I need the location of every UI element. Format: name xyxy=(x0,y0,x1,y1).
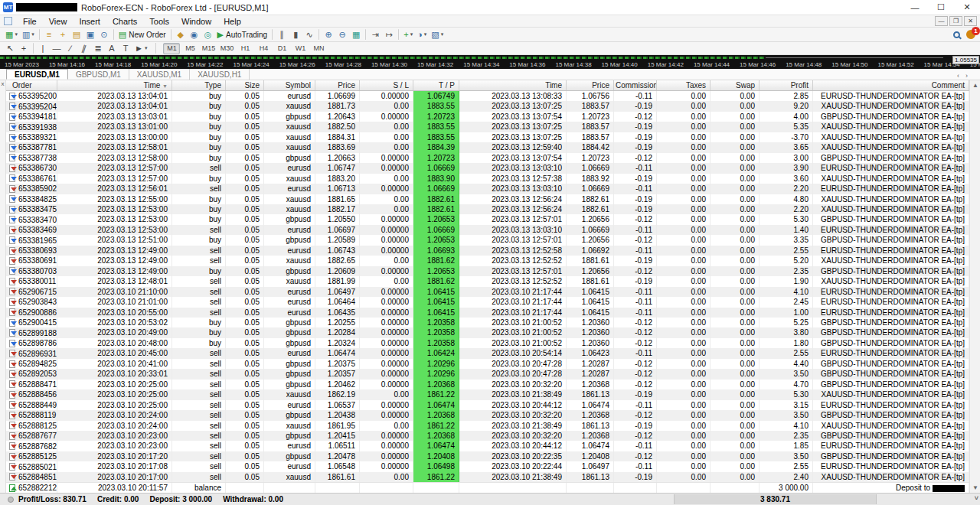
new-chart-icon[interactable]: ▦ ▾ xyxy=(3,28,20,41)
line-chart-icon[interactable]: ∿ xyxy=(302,28,316,41)
periods-icon[interactable]: ◑ ▾ xyxy=(415,28,429,41)
menu-item[interactable]: Help xyxy=(217,16,247,27)
notifications-icon[interactable]: 1 xyxy=(966,30,975,39)
table-row[interactable]: 652887677 2023.03.10 20:23:00 sell 0.05 … xyxy=(6,431,969,441)
table-row[interactable]: 653394181 2023.03.13 13:03:01 buy 0.05 g… xyxy=(6,112,969,122)
scroll-down-icon[interactable]: ▼ xyxy=(970,483,980,493)
timeframe-button[interactable]: M30 xyxy=(218,43,235,54)
new-order-button[interactable]: ▤ New Order xyxy=(116,28,168,41)
toolbox-close-icon[interactable]: x xyxy=(2,80,5,87)
timeframe-button[interactable]: M1 xyxy=(163,43,180,54)
table-row[interactable]: 652885021 2023.03.10 20:17:08 sell 0.05 … xyxy=(6,461,969,471)
statusbar-scroll-down-icon[interactable]: ˅ xyxy=(975,494,978,502)
table-row[interactable]: 652887682 2023.03.10 20:23:00 sell 0.05 … xyxy=(6,441,969,451)
column-header-order[interactable]: Order xyxy=(6,80,57,90)
zoom-out-icon[interactable]: ⊖ xyxy=(335,28,349,41)
menu-item[interactable]: File xyxy=(17,16,43,27)
table-row[interactable]: 652888449 2023.03.10 20:25:00 sell 0.05 … xyxy=(6,400,969,410)
metaeditor-icon[interactable]: ◆ xyxy=(174,28,188,41)
menu-item[interactable]: Charts xyxy=(106,16,143,27)
table-row[interactable]: 653380703 2023.03.13 12:49:00 buy 0.05 g… xyxy=(6,266,969,276)
table-row[interactable]: 652898786 2023.03.10 20:48:00 buy 0.05 g… xyxy=(6,338,969,348)
balance-row[interactable]: 652882212 2023.03.10 20:11:57 balance 3 … xyxy=(6,482,969,493)
column-header-symbol[interactable]: Symbol xyxy=(264,80,315,90)
table-row[interactable]: 653389321 2023.03.13 13:00:00 buy 0.05 x… xyxy=(6,132,969,142)
text-label-icon[interactable]: T xyxy=(119,42,132,54)
menu-item[interactable]: View xyxy=(43,16,74,27)
table-row[interactable]: 653380011 2023.03.13 12:48:01 sell 0.05 … xyxy=(6,276,969,286)
table-row[interactable]: 652888119 2023.03.10 20:24:00 sell 0.05 … xyxy=(6,410,969,420)
table-row[interactable]: 653383475 2023.03.13 12:53:00 buy 0.05 x… xyxy=(6,204,969,214)
table-row[interactable]: 652896931 2023.03.10 20:45:00 sell 0.05 … xyxy=(6,348,969,358)
candlestick-chart-icon[interactable]: ▮ xyxy=(289,28,302,41)
table-row[interactable]: 652885125 2023.03.10 20:17:20 sell 0.05 … xyxy=(6,451,969,461)
column-header-swap[interactable]: Swap xyxy=(710,80,760,90)
table-row[interactable]: 653395204 2023.03.13 13:04:01 buy 0.05 x… xyxy=(6,101,969,111)
table-row[interactable]: 652892053 2023.03.10 20:33:01 sell 0.05 … xyxy=(6,369,969,379)
table-row[interactable]: 653381965 2023.03.13 12:51:00 buy 0.05 g… xyxy=(6,235,969,245)
table-row[interactable]: 653391938 2023.03.13 13:01:00 buy 0.05 x… xyxy=(6,122,969,132)
table-row[interactable]: 652888125 2023.03.10 20:24:00 sell 0.05 … xyxy=(6,421,969,431)
navigator-icon[interactable]: ▤ xyxy=(70,28,83,41)
chart-shift-icon[interactable]: ↦ xyxy=(382,28,396,41)
mdi-minimize-button[interactable]: — xyxy=(935,16,948,26)
column-header-type[interactable]: Type xyxy=(172,80,226,90)
table-row[interactable]: 652900886 2023.03.10 20:55:00 sell 0.05 … xyxy=(6,308,969,318)
templates-icon[interactable]: ▧ ▾ xyxy=(429,28,446,41)
auto-scroll-icon[interactable]: ⇥ xyxy=(368,28,382,41)
crosshair-icon[interactable]: + xyxy=(17,42,31,54)
vertical-scrollbar[interactable]: ▲ ▼ xyxy=(969,80,980,493)
table-row[interactable]: 653380691 2023.03.13 12:49:00 sell 0.05 … xyxy=(6,256,969,266)
table-row[interactable]: 653387781 2023.03.13 12:58:01 buy 0.05 x… xyxy=(6,142,969,152)
timeframe-button[interactable]: D1 xyxy=(273,43,290,54)
chart-tab[interactable]: GBPUSD,M1 xyxy=(68,69,129,80)
cursor-icon[interactable]: ↖ xyxy=(3,42,17,54)
zoom-in-icon[interactable]: ⊕ xyxy=(322,28,335,41)
column-header-size[interactable]: Size xyxy=(226,80,264,90)
scroll-up-icon[interactable]: ▲ xyxy=(970,80,980,90)
table-row[interactable]: 652884851 2023.03.10 20:17:00 sell 0.05 … xyxy=(6,472,969,482)
mdi-close-button[interactable]: ✕ xyxy=(964,16,977,26)
column-header-open-time[interactable]: Time ▼ xyxy=(57,80,172,90)
timeframe-button[interactable]: M5 xyxy=(181,43,198,54)
menu-item[interactable]: Insert xyxy=(73,16,106,27)
table-row[interactable]: 653386730 2023.03.13 12:57:00 sell 0.05 … xyxy=(6,163,969,173)
table-row[interactable]: 652900415 2023.03.10 20:53:02 buy 0.05 g… xyxy=(6,318,969,327)
table-row[interactable]: 653383470 2023.03.13 12:53:00 buy 0.05 g… xyxy=(6,214,969,224)
column-header-close-time[interactable]: Time xyxy=(459,80,567,90)
help-center-icon[interactable]: ◎ xyxy=(201,28,215,41)
timeframe-button[interactable]: H1 xyxy=(237,43,253,54)
mdi-restore-button[interactable]: ❐ xyxy=(949,16,962,26)
column-header-taxes[interactable]: Taxes xyxy=(657,80,710,90)
indicators-icon[interactable]: + ▾ xyxy=(401,28,415,41)
column-header-comment[interactable]: Comment xyxy=(813,80,969,90)
table-row[interactable]: 652894825 2023.03.10 20:41:00 sell 0.05 … xyxy=(6,359,969,369)
horizontal-line-icon[interactable]: — xyxy=(50,42,64,54)
menu-item[interactable]: Tools xyxy=(143,16,175,27)
table-row[interactable]: 653395200 2023.03.13 13:04:01 buy 0.05 e… xyxy=(6,91,969,101)
table-row[interactable]: 652888471 2023.03.10 20:25:00 sell 0.05 … xyxy=(6,380,969,389)
table-row[interactable]: 653387738 2023.03.13 12:58:00 buy 0.05 g… xyxy=(6,153,969,163)
table-row[interactable]: 652906715 2023.03.10 21:10:00 sell 0.05 … xyxy=(6,287,969,297)
terminal-icon[interactable]: ▣ xyxy=(83,28,97,41)
table-row[interactable]: 653386761 2023.03.13 12:57:00 buy 0.05 x… xyxy=(6,174,969,184)
data-window-icon[interactable]: + xyxy=(56,28,70,41)
chart-tab[interactable]: XAUUSD,H1 xyxy=(190,69,250,80)
fibonacci-icon[interactable]: ≣ xyxy=(91,42,105,54)
text-icon[interactable]: A xyxy=(105,42,119,54)
chart-tab[interactable]: XAUUSD,M1 xyxy=(129,69,190,80)
trendline-icon[interactable]: ∕ xyxy=(64,42,77,54)
autotrading-button[interactable]: ▶ AutoTrading xyxy=(215,28,270,41)
table-row[interactable]: 653380693 2023.03.13 12:49:00 sell 0.05 … xyxy=(6,246,969,256)
tab-scroll-right-icon[interactable]: › xyxy=(965,72,968,80)
bar-chart-icon[interactable]: ∥ xyxy=(275,28,289,41)
strategy-tester-icon[interactable]: ⊙ xyxy=(97,28,111,41)
column-header-commission[interactable]: Commission xyxy=(614,80,657,90)
timeframe-button[interactable]: W1 xyxy=(292,43,309,54)
maximize-button[interactable]: ☐ xyxy=(928,0,954,15)
menu-item[interactable]: Window xyxy=(175,16,217,27)
timeframe-button[interactable]: M15 xyxy=(200,43,217,54)
close-button[interactable]: ✕ xyxy=(954,0,980,15)
table-row[interactable]: 653383469 2023.03.13 12:53:00 sell 0.05 … xyxy=(6,225,969,235)
community-icon[interactable]: ◉ xyxy=(188,28,201,41)
